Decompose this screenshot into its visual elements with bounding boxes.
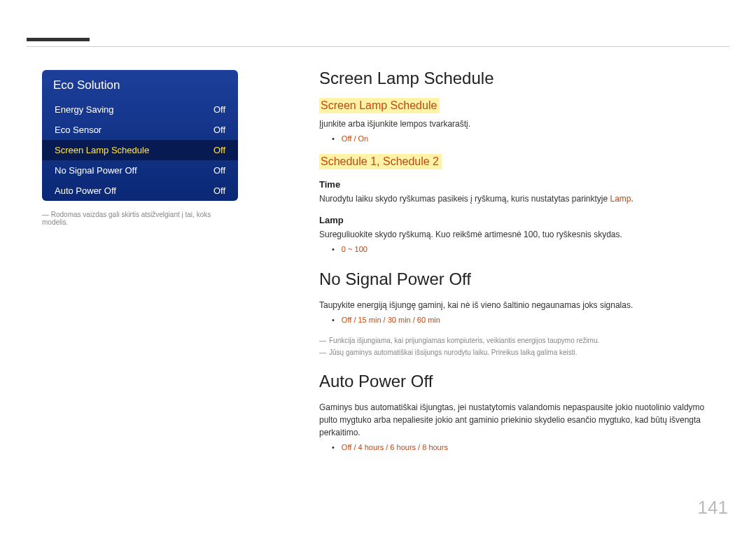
section-no-signal-power-off: No Signal Power Off Taupykite energiją i… bbox=[319, 269, 711, 358]
time-description: Nurodytu laiku skydo ryškumas pasikeis į… bbox=[319, 192, 711, 205]
eco-solution-menu: Eco Solution Energy Saving Off Eco Senso… bbox=[42, 70, 238, 201]
apo-options-list: Off / 4 hours / 6 hours / 8 hours bbox=[332, 442, 711, 454]
menu-title: Eco Solution bbox=[42, 70, 238, 99]
subheading-lamp: Lamp bbox=[319, 215, 711, 225]
menu-item-screen-lamp-schedule[interactable]: Screen Lamp Schedule Off bbox=[42, 140, 238, 160]
menu-item-eco-sensor[interactable]: Eco Sensor Off bbox=[42, 120, 238, 140]
nspo-description: Taupykite energiją išjungę gaminį, kai n… bbox=[319, 299, 711, 311]
sidebar-disclaimer: ― Rodomas vaizdas gali skirtis atsižvelg… bbox=[42, 211, 238, 226]
menu-item-no-signal-power-off[interactable]: No Signal Power Off Off bbox=[42, 160, 238, 181]
menu-item-value: Off bbox=[214, 104, 225, 115]
menu-item-label: Screen Lamp Schedule bbox=[55, 145, 149, 155]
menu-item-value: Off bbox=[214, 145, 225, 155]
menu-item-label: Auto Power Off bbox=[55, 185, 116, 196]
sls-description: Įjunkite arba išjunkite lempos tvarkaraš… bbox=[319, 118, 711, 130]
lamp-range: 0 ~ 100 bbox=[332, 244, 711, 256]
subheading-schedule-1-2: Schedule 1, Schedule 2 bbox=[319, 154, 442, 169]
menu-item-label: Energy Saving bbox=[55, 104, 114, 115]
sls-options: Off / On bbox=[332, 133, 711, 146]
apo-options: Off / 4 hours / 6 hours / 8 hours bbox=[332, 442, 711, 454]
sls-options-list: Off / On bbox=[332, 133, 711, 146]
header-marker bbox=[27, 38, 90, 41]
nspo-options: Off / 15 min / 30 min / 60 min bbox=[332, 314, 711, 327]
page-number: 141 bbox=[698, 497, 728, 519]
heading-auto-power-off: Auto Power Off bbox=[319, 372, 711, 391]
section-auto-power-off: Auto Power Off Gaminys bus automatiškai … bbox=[319, 372, 711, 454]
menu-item-value: Off bbox=[214, 125, 225, 135]
menu-item-value: Off bbox=[214, 185, 225, 196]
nspo-note-2: Jūsų gaminys automatiškai išsijungs nuro… bbox=[319, 347, 711, 358]
menu-item-auto-power-off[interactable]: Auto Power Off Off bbox=[42, 181, 238, 201]
menu-item-value: Off bbox=[214, 165, 225, 176]
header-divider bbox=[27, 46, 729, 47]
nspo-options-list: Off / 15 min / 30 min / 60 min bbox=[332, 314, 711, 327]
nspo-note-1: Funkcija išjungiama, kai prijungiamas ko… bbox=[319, 335, 711, 346]
subheading-time: Time bbox=[319, 179, 711, 190]
menu-item-energy-saving[interactable]: Energy Saving Off bbox=[42, 99, 238, 120]
lamp-range-list: 0 ~ 100 bbox=[332, 244, 711, 256]
heading-no-signal-power-off: No Signal Power Off bbox=[319, 269, 711, 289]
main-content: Screen Lamp Schedule Screen Lamp Schedul… bbox=[319, 69, 711, 468]
sidebar: Eco Solution Energy Saving Off Eco Senso… bbox=[42, 70, 238, 226]
lamp-description: Sureguliuokite skydo ryškumą. Kuo reikšm… bbox=[319, 228, 711, 241]
menu-item-label: Eco Sensor bbox=[55, 125, 102, 135]
subheading-screen-lamp-schedule: Screen Lamp Schedule bbox=[319, 98, 440, 113]
menu-item-label: No Signal Power Off bbox=[55, 165, 137, 176]
heading-screen-lamp-schedule: Screen Lamp Schedule bbox=[319, 69, 711, 88]
apo-description: Gaminys bus automatiškai išjungtas, jei … bbox=[319, 401, 711, 439]
section-screen-lamp-schedule: Screen Lamp Schedule Screen Lamp Schedul… bbox=[319, 69, 711, 255]
